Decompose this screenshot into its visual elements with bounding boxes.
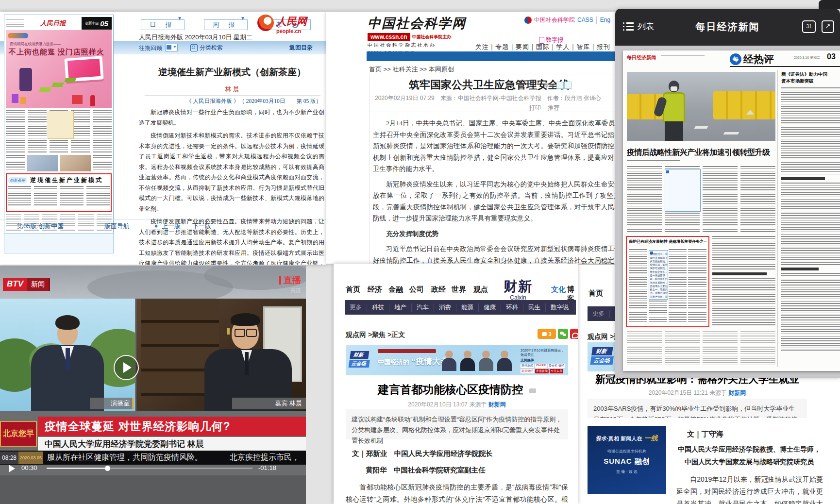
- np-body-columns: [627, 166, 775, 233]
- thumb-page-no: 05: [100, 19, 108, 28]
- subnav-tech[interactable]: 科技: [367, 303, 389, 312]
- print-button[interactable]: 打印: [529, 104, 541, 112]
- panelist-headshot: [441, 350, 457, 371]
- player-play-icon[interactable]: [9, 465, 15, 472]
- play-button[interactable]: [114, 355, 139, 380]
- cssn-domain: www.cssn.cn: [368, 33, 410, 41]
- caixin-nav-politics[interactable]: 政经: [431, 285, 446, 294]
- guest-hair: [231, 313, 260, 326]
- pd-dropdown-weekly[interactable]: 周 报 ▼: [204, 19, 248, 30]
- pd-page-label: 第05版:创新中国: [17, 222, 64, 231]
- subnav-consumer[interactable]: 消费: [434, 303, 456, 312]
- font-decrease-button[interactable]: [564, 82, 571, 89]
- recommend-button[interactable]: 推荐: [548, 104, 559, 112]
- peoples-network-logo-cn: 人民网: [276, 15, 307, 28]
- paragraph: 2月14日，中共中央总书记、国家主席、中央军委主席、中央全面深化改革委员会主任习…: [373, 118, 615, 175]
- caixin-nav-home[interactable]: 首页: [346, 285, 360, 294]
- chevron-down-icon[interactable]: ▼: [177, 14, 186, 23]
- weibo-share-icon[interactable]: [570, 329, 578, 339]
- np-red-box-article[interactable]: 保护已有经济发展韧性 是稳增长主要任务之一 疫情防控中，中国经济展现出了多方面的…: [626, 236, 709, 327]
- media-logo: 今日头条: [550, 369, 563, 373]
- caixin-nav-company[interactable]: 公司: [409, 285, 424, 294]
- btv-logo: BTV: [3, 278, 27, 291]
- subnav-more[interactable]: 更多: [588, 310, 609, 318]
- arrow-step-3: [64, 78, 76, 82]
- promo-brand: SUNAC 融创: [588, 457, 666, 466]
- np-red-box-quote: 疫情防控中，中国经济展现出了多方面的韧性。疫情过后，如何保护经济韧性、维护稳定增…: [649, 250, 668, 300]
- pd-category-search[interactable]: 分类检索: [190, 44, 223, 52]
- caixin-nav-culture[interactable]: 文化: [551, 285, 566, 294]
- caixin-nav-finance[interactable]: 金融: [388, 285, 403, 294]
- caixin2-nav-home[interactable]: 首页: [588, 289, 603, 298]
- cass-org-link[interactable]: 中国社会科学院: [534, 16, 575, 24]
- caixin2-meta-site[interactable]: 财新网: [728, 389, 746, 396]
- window-btv-video[interactable]: BTV 新闻 直播 高清: [0, 266, 306, 504]
- thumb-highlighted-article[interactable]: 创新茶座 逆境催生新产业新模式: [6, 173, 112, 212]
- np-section-logo-text: 经热评: [743, 52, 774, 66]
- comment-bubble-icon: [542, 332, 547, 336]
- comment-count-button[interactable]: 3: [538, 329, 556, 339]
- peoples-network-logo[interactable]: 人民网 people.cn: [257, 15, 307, 34]
- comment-icon[interactable]: [529, 388, 536, 393]
- live-label: 直播: [284, 274, 301, 286]
- breadcrumb[interactable]: 首页 >> 社科关注 >> 本网原创: [369, 65, 454, 74]
- caption-bar-sub: 中国人民大学应用经济学院党委副书记 林晨: [38, 437, 306, 451]
- video-pane-guest: [136, 299, 306, 411]
- subnav-property[interactable]: 地产: [389, 303, 411, 312]
- subnav-data[interactable]: 数字说: [545, 303, 574, 312]
- subnav-health[interactable]: 健康: [478, 303, 501, 312]
- video-pane-studio: [0, 299, 135, 411]
- caixin2-promo-image: 探求·真相 新闻人在 一线 鸣谢公益报道支持机构 SUNAC 融创 至 臻 · …: [588, 426, 666, 494]
- pd-dropdown-daily[interactable]: 日 报 ▼: [141, 19, 185, 30]
- wechat-share-icon[interactable]: [558, 329, 568, 339]
- cass-en-link[interactable]: CASS: [577, 17, 593, 23]
- caption-main-text: 疫情全球蔓延 对世界经济影响几何?: [38, 419, 230, 434]
- caixin-subnav[interactable]: 更多 科技 地产 汽车 消费 能源 健康 环科 民生 数字说 比较 中国改革: [345, 300, 576, 315]
- paragraph: 习近平总书记日前在中央政治局常委会会议研究应对新型冠状病毒肺炎疫情工作时强调，做…: [373, 243, 615, 264]
- np-right-column: 新《证券法》助力中国资本市场新突破: [781, 71, 840, 366]
- arrow-step-1: [39, 87, 51, 92]
- chevron-down-icon[interactable]: ▼: [240, 14, 249, 23]
- pd-empty-panel: [4, 233, 114, 253]
- section-subhead: 充分发挥制度优势: [373, 228, 615, 240]
- subnav-energy[interactable]: 能源: [456, 303, 478, 312]
- banner-badge-caixin: 财新: [350, 351, 369, 359]
- share-icon[interactable]: ↗: [822, 20, 834, 33]
- cssn-site-logo[interactable]: 中国社会科学网: [368, 15, 466, 32]
- font-increase-button[interactable]: [556, 82, 564, 89]
- caixin-nav-world[interactable]: 世界: [452, 285, 466, 294]
- np-pull-quote-box: [665, 169, 701, 212]
- player-progress-thumb[interactable]: [105, 466, 110, 471]
- banner-title-pre: 中国经济的: [378, 358, 409, 366]
- caixin-logo-cn: 财新: [504, 277, 533, 296]
- caixin-banner[interactable]: 财新 云会场 中国经济的 “疫情大考” 2020年3月10日财新网播出，敬请关注…: [346, 345, 568, 375]
- pd-back-to-toc-link[interactable]: 返回目录: [289, 44, 313, 52]
- shopping-bag-shape: [12, 94, 18, 103]
- thumb-masthead: 人民日报: [40, 19, 66, 28]
- subnav-auto[interactable]: 汽车: [411, 303, 434, 312]
- subnav-env-sci[interactable]: 环科: [501, 303, 523, 312]
- caixin-breadcrumb[interactable]: 观点网 >聚焦 >正文: [346, 331, 405, 339]
- anchor-hair: [55, 315, 80, 330]
- subnav-compare[interactable]: 比较: [574, 303, 578, 312]
- calendar-icon[interactable]: 31: [802, 20, 816, 33]
- caixin-nav-economy[interactable]: 经济: [368, 285, 382, 294]
- subnav-more[interactable]: 更多: [345, 303, 367, 312]
- pd-layout-nav[interactable]: 版面导航: [104, 222, 130, 231]
- cssn-nav[interactable]: 关注｜专题｜要闻｜国际｜学人｜智库｜报刊: [465, 43, 610, 51]
- nbd-newspaper-page[interactable]: 每日经济新闻 每 经热评 2020.3.10 星期二 03: [623, 50, 840, 371]
- caixin-article-title: 建言首都功能核心区疫情防控: [378, 383, 523, 396]
- caixin-logo[interactable]: 财新 Caixin: [504, 277, 533, 301]
- caixin-author2: 黄阳华 中国社会科学院研究室副主任: [366, 466, 486, 475]
- pd-past-issues-link[interactable]: 往期回顾: [139, 44, 162, 52]
- subnav-livelihood[interactable]: 民生: [523, 303, 545, 312]
- studio-label-text: 演播室: [111, 400, 130, 407]
- cass-eng-link[interactable]: Eng: [600, 17, 610, 23]
- pd-issue-picker[interactable]: ▼: [165, 44, 178, 51]
- player-bottom-area: [0, 475, 306, 504]
- caixin-meta-site[interactable]: 财新网: [488, 401, 506, 408]
- caixin-nav-opinion[interactable]: 观点: [473, 285, 488, 294]
- btv-logo-news: 新闻: [27, 278, 49, 291]
- pd-page-thumbnail[interactable]: 人民日报 创新中国 05 疫情期间在线消费潜力迸发—— 不上街也能逛 没门店照样…: [4, 15, 114, 234]
- cssn-sponsor: 中国社会科学院主办: [412, 34, 452, 40]
